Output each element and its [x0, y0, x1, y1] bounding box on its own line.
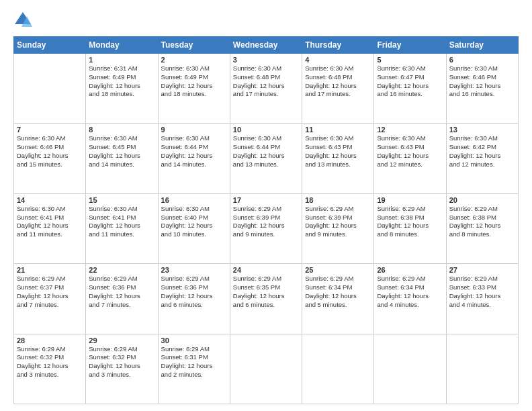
date-number: 22	[89, 266, 154, 274]
date-number: 29	[89, 336, 154, 345]
calendar-cell: 9Sunrise: 6:30 AM Sunset: 6:44 PM Daylig…	[158, 124, 230, 193]
calendar-cell: 20Sunrise: 6:29 AM Sunset: 6:38 PM Dayli…	[446, 193, 518, 263]
calendar-day-header: Monday	[86, 37, 158, 54]
date-number: 2	[161, 56, 227, 64]
calendar-day-header: Tuesday	[158, 37, 230, 54]
cell-info: Sunrise: 6:30 AM Sunset: 6:45 PM Dayligh…	[89, 134, 154, 169]
header	[13, 11, 519, 30]
calendar-cell: 24Sunrise: 6:29 AM Sunset: 6:35 PM Dayli…	[230, 264, 302, 334]
calendar-cell: 15Sunrise: 6:30 AM Sunset: 6:41 PM Dayli…	[86, 193, 158, 263]
calendar-cell: 16Sunrise: 6:30 AM Sunset: 6:40 PM Dayli…	[158, 193, 230, 263]
calendar-cell: 22Sunrise: 6:29 AM Sunset: 6:36 PM Dayli…	[86, 264, 158, 334]
calendar-cell	[302, 334, 374, 404]
calendar-cell: 3Sunrise: 6:30 AM Sunset: 6:48 PM Daylig…	[230, 54, 302, 124]
calendar-cell: 8Sunrise: 6:30 AM Sunset: 6:45 PM Daylig…	[86, 124, 158, 193]
calendar-day-header: Saturday	[446, 37, 518, 54]
calendar-cell: 5Sunrise: 6:30 AM Sunset: 6:47 PM Daylig…	[374, 54, 446, 124]
calendar-cell: 27Sunrise: 6:29 AM Sunset: 6:33 PM Dayli…	[446, 264, 518, 334]
calendar-day-header: Thursday	[302, 37, 374, 54]
calendar-day-header: Friday	[374, 37, 446, 54]
date-number: 5	[377, 56, 443, 64]
calendar-table: SundayMondayTuesdayWednesdayThursdayFrid…	[13, 36, 519, 404]
date-number: 9	[161, 126, 227, 134]
cell-info: Sunrise: 6:29 AM Sunset: 6:34 PM Dayligh…	[305, 275, 371, 309]
date-number: 6	[449, 56, 515, 64]
logo-icon	[13, 11, 32, 30]
cell-info: Sunrise: 6:30 AM Sunset: 6:46 PM Dayligh…	[449, 64, 515, 99]
calendar-cell: 29Sunrise: 6:29 AM Sunset: 6:32 PM Dayli…	[86, 334, 158, 404]
calendar-cell: 30Sunrise: 6:29 AM Sunset: 6:31 PM Dayli…	[158, 334, 230, 404]
date-number: 19	[377, 196, 443, 204]
cell-info: Sunrise: 6:29 AM Sunset: 6:38 PM Dayligh…	[377, 205, 443, 239]
date-number: 30	[161, 336, 227, 345]
cell-info: Sunrise: 6:29 AM Sunset: 6:37 PM Dayligh…	[17, 275, 83, 309]
cell-info: Sunrise: 6:30 AM Sunset: 6:48 PM Dayligh…	[233, 64, 299, 99]
date-number: 13	[449, 126, 515, 134]
date-number: 15	[89, 196, 154, 204]
calendar-cell: 12Sunrise: 6:30 AM Sunset: 6:43 PM Dayli…	[374, 124, 446, 193]
calendar-cell: 14Sunrise: 6:30 AM Sunset: 6:41 PM Dayli…	[14, 193, 86, 263]
calendar-cell: 23Sunrise: 6:29 AM Sunset: 6:36 PM Dayli…	[158, 264, 230, 334]
calendar-day-header: Wednesday	[230, 37, 302, 54]
calendar-cell	[446, 334, 518, 404]
cell-info: Sunrise: 6:31 AM Sunset: 6:49 PM Dayligh…	[89, 64, 154, 99]
cell-info: Sunrise: 6:29 AM Sunset: 6:38 PM Dayligh…	[449, 205, 515, 239]
date-number: 17	[233, 196, 299, 204]
calendar-cell: 1Sunrise: 6:31 AM Sunset: 6:49 PM Daylig…	[86, 54, 158, 124]
calendar-week-row: 14Sunrise: 6:30 AM Sunset: 6:41 PM Dayli…	[14, 193, 519, 263]
date-number: 10	[233, 126, 299, 134]
cell-info: Sunrise: 6:30 AM Sunset: 6:47 PM Dayligh…	[377, 64, 443, 99]
date-number: 23	[161, 266, 227, 274]
cell-info: Sunrise: 6:30 AM Sunset: 6:41 PM Dayligh…	[17, 205, 83, 239]
calendar-cell: 26Sunrise: 6:29 AM Sunset: 6:34 PM Dayli…	[374, 264, 446, 334]
cell-info: Sunrise: 6:30 AM Sunset: 6:48 PM Dayligh…	[305, 64, 371, 99]
calendar-cell: 19Sunrise: 6:29 AM Sunset: 6:38 PM Dayli…	[374, 193, 446, 263]
calendar-week-row: 1Sunrise: 6:31 AM Sunset: 6:49 PM Daylig…	[14, 54, 519, 124]
cell-info: Sunrise: 6:30 AM Sunset: 6:44 PM Dayligh…	[161, 134, 227, 169]
date-number: 12	[377, 126, 443, 134]
date-number: 28	[17, 336, 83, 345]
calendar-cell: 17Sunrise: 6:29 AM Sunset: 6:39 PM Dayli…	[230, 193, 302, 263]
calendar-week-row: 7Sunrise: 6:30 AM Sunset: 6:46 PM Daylig…	[14, 124, 519, 193]
cell-info: Sunrise: 6:30 AM Sunset: 6:41 PM Dayligh…	[89, 205, 154, 239]
calendar-week-row: 28Sunrise: 6:29 AM Sunset: 6:32 PM Dayli…	[14, 334, 519, 404]
date-number: 1	[89, 56, 154, 64]
cell-info: Sunrise: 6:29 AM Sunset: 6:36 PM Dayligh…	[161, 275, 227, 309]
date-number: 11	[305, 126, 371, 134]
date-number: 8	[89, 126, 154, 134]
date-number: 20	[449, 196, 515, 204]
calendar-cell: 28Sunrise: 6:29 AM Sunset: 6:32 PM Dayli…	[14, 334, 86, 404]
cell-info: Sunrise: 6:30 AM Sunset: 6:43 PM Dayligh…	[377, 134, 443, 169]
calendar-cell: 25Sunrise: 6:29 AM Sunset: 6:34 PM Dayli…	[302, 264, 374, 334]
cell-info: Sunrise: 6:30 AM Sunset: 6:44 PM Dayligh…	[233, 134, 299, 169]
cell-info: Sunrise: 6:29 AM Sunset: 6:33 PM Dayligh…	[449, 275, 515, 309]
calendar-week-row: 21Sunrise: 6:29 AM Sunset: 6:37 PM Dayli…	[14, 264, 519, 334]
calendar-cell	[230, 334, 302, 404]
cell-info: Sunrise: 6:29 AM Sunset: 6:35 PM Dayligh…	[233, 275, 299, 309]
calendar-cell: 2Sunrise: 6:30 AM Sunset: 6:49 PM Daylig…	[158, 54, 230, 124]
date-number: 16	[161, 196, 227, 204]
calendar-day-header: Sunday	[14, 37, 86, 54]
cell-info: Sunrise: 6:30 AM Sunset: 6:40 PM Dayligh…	[161, 205, 227, 239]
cell-info: Sunrise: 6:29 AM Sunset: 6:31 PM Dayligh…	[161, 345, 227, 379]
calendar-cell: 13Sunrise: 6:30 AM Sunset: 6:42 PM Dayli…	[446, 124, 518, 193]
date-number: 7	[17, 126, 83, 134]
date-number: 14	[17, 196, 83, 204]
cell-info: Sunrise: 6:30 AM Sunset: 6:43 PM Dayligh…	[305, 134, 371, 169]
calendar-cell: 11Sunrise: 6:30 AM Sunset: 6:43 PM Dayli…	[302, 124, 374, 193]
cell-info: Sunrise: 6:29 AM Sunset: 6:34 PM Dayligh…	[377, 275, 443, 309]
calendar-cell: 21Sunrise: 6:29 AM Sunset: 6:37 PM Dayli…	[14, 264, 86, 334]
cell-info: Sunrise: 6:29 AM Sunset: 6:36 PM Dayligh…	[89, 275, 154, 309]
calendar-cell: 6Sunrise: 6:30 AM Sunset: 6:46 PM Daylig…	[446, 54, 518, 124]
cell-info: Sunrise: 6:29 AM Sunset: 6:39 PM Dayligh…	[233, 205, 299, 239]
date-number: 4	[305, 56, 371, 64]
calendar-cell	[14, 54, 86, 124]
date-number: 21	[17, 266, 83, 274]
date-number: 26	[377, 266, 443, 274]
date-number: 18	[305, 196, 371, 204]
cell-info: Sunrise: 6:30 AM Sunset: 6:49 PM Dayligh…	[161, 64, 227, 99]
calendar-cell: 18Sunrise: 6:29 AM Sunset: 6:39 PM Dayli…	[302, 193, 374, 263]
date-number: 24	[233, 266, 299, 274]
calendar-cell: 7Sunrise: 6:30 AM Sunset: 6:46 PM Daylig…	[14, 124, 86, 193]
page: SundayMondayTuesdayWednesdayThursdayFrid…	[0, 0, 532, 411]
